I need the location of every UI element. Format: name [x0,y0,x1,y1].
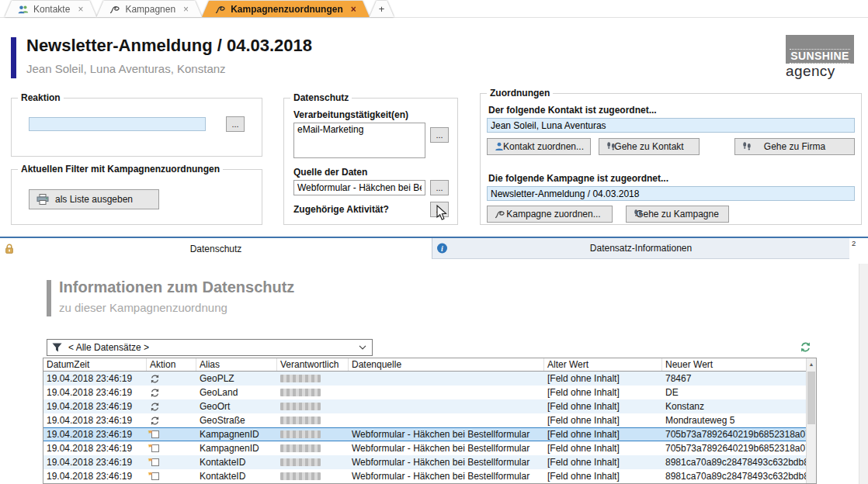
detail-tab-strip: Datenschutz i Datensatz-Informationen [0,237,868,259]
cell-alias: GeoLand [196,387,277,398]
button-label: Gehe zu Kontakt [614,141,683,152]
processing-browse-button[interactable]: ... [430,127,449,143]
column-header[interactable]: Datenquelle [349,358,544,371]
cell-neuer_wert: Mondrauteweg 5 [662,415,806,426]
cell-neuer_wert: 78467 [662,373,806,384]
table-row[interactable]: 19.04.2018 23:46:19GeoStraße[Feld ohne I… [43,413,806,427]
table-scrollbar[interactable]: ▲ [806,358,816,483]
tab-kampagnen[interactable]: Kampagnen × [96,1,202,17]
cell-datum: 19.04.2018 23:46:19 [43,373,147,384]
table-row[interactable]: 19.04.2018 23:46:19KontakteIDWebformular… [43,455,806,469]
update-icon [147,402,196,412]
panel-scrollbar[interactable] [859,264,868,484]
new-record-icon [147,458,196,466]
zuordnungen-groupbox: Zuordnungen Der folgende Kontakt ist zug… [480,93,862,225]
print-list-button[interactable]: als Liste ausgeben [29,189,159,209]
reaktion-browse-button[interactable]: ... [226,116,245,132]
scroll-up-arrow[interactable]: ▲ [807,358,816,370]
scroll-thumb[interactable] [807,372,815,424]
button-label: Kampagne zuordnen... [506,209,600,220]
tab-datensatz-informationen[interactable]: i Datensatz-Informationen [432,238,849,259]
cell-alter_wert: [Feld ohne Inhalt] [544,443,662,454]
refresh-icon[interactable] [800,341,811,353]
redacted-text [277,389,349,396]
page-subtitle: Jean Soleil, Luna Aventuras, Konstanz [26,62,226,75]
column-header[interactable]: Aktion [147,358,196,371]
cell-alias: GeoStraße [196,415,277,426]
groupbox-legend: Aktuellen Filter mit Kampagnenzuordnunge… [18,164,223,175]
table-row[interactable]: 19.04.2018 23:46:19GeoPLZ[Feld ohne Inha… [43,372,806,385]
activity-browse-button[interactable]: ... [430,202,449,217]
table-row[interactable]: 19.04.2018 23:46:19GeoOrt[Feld ohne Inha… [43,399,806,413]
cell-neuer_wert: DE [662,387,806,398]
assigned-contact-field[interactable] [487,118,855,133]
table-row[interactable]: 19.04.2018 23:46:19KampagnenIDWebformula… [43,441,806,455]
button-label: Gehe zu Firma [764,141,825,152]
cell-alias: GeoPLZ [196,373,277,384]
goto-contact-button[interactable]: Gehe zu Kontakt [599,138,700,155]
update-icon [147,374,196,384]
audit-table: DatumZeitAktionAliasVerantwortlichDatenq… [43,358,817,484]
tab-kampagnenzuordnungen[interactable]: Kampagnenzuordnungen × [202,1,370,17]
company-logo: SUNSHINE agency [786,35,854,79]
table-header: DatumZeitAktionAliasVerantwortlichDatenq… [43,358,806,372]
table-row[interactable]: 19.04.2018 23:46:19GeoLand[Feld ohne Inh… [43,385,806,399]
lock-icon [5,244,14,254]
column-header[interactable]: DatumZeit [43,358,147,371]
close-icon[interactable]: × [183,4,189,15]
info-icon: i [437,244,447,254]
cell-alter_wert: [Feld ohne Inhalt] [544,429,662,440]
cell-neuer_wert: 8981ca70a89c28478493c632bdb8 [662,457,806,468]
new-record-icon [147,444,196,452]
column-header[interactable]: Alter Wert [544,358,662,371]
dropdown-value: < Alle Datensätze > [68,342,149,353]
column-header[interactable]: Verantwortlich [277,358,349,371]
close-icon[interactable]: × [78,4,83,15]
cell-datenquelle: Webformular - Häkchen bei Bestellformula… [349,429,544,440]
source-label: Quelle der Daten [293,167,367,178]
assign-contact-button[interactable]: Kontakt zuordnen... [487,138,591,155]
cell-alias: KontakteID [196,471,277,482]
column-header[interactable]: Alias [196,358,277,371]
campaign-icon [109,5,120,14]
datenschutz-groupbox: Datenschutz Verarbeitungstätigkeit(en) e… [283,98,458,225]
tab-datenschutz-detail[interactable]: Datenschutz [0,238,432,259]
table-row[interactable]: 19.04.2018 23:46:19KontakteIDWebformular… [43,469,806,483]
goto-campaign-button[interactable]: Gehe zu Kampagne [626,206,729,223]
cell-alias: KontakteID [196,457,277,468]
groupbox-legend: Datenschutz [290,92,352,103]
logo-text-bottom: agency [786,64,854,79]
button-label: Kontakt zuordnen... [503,141,584,152]
tab-kontakte[interactable]: Kontakte × [5,1,96,17]
assign-campaign-button[interactable]: Kampagne zuordnen... [487,206,613,223]
goto-company-button[interactable]: Gehe zu Firma [734,138,855,155]
update-icon [147,388,196,398]
redacted-text [277,444,349,452]
source-browse-button[interactable]: ... [430,180,449,195]
logo-box: SUNSHINE [786,35,854,64]
close-icon[interactable]: × [351,4,356,15]
record-count-badge: 2 [852,239,856,247]
assigned-campaign-field[interactable] [487,186,855,201]
section-subtitle: zu dieser Kampagnenzuordnung [59,301,227,314]
table-row[interactable]: 19.04.2018 23:46:19KampagnenIDWebformula… [43,427,806,441]
chevron-down-icon [359,345,366,350]
campaign-caption: Die folgende Kampagne ist zugeordnet... [488,173,668,184]
source-input[interactable] [293,180,425,195]
cell-neuer_wert: 705b73a7892640219b6852318a07 [662,429,806,440]
reaktion-input[interactable] [29,117,206,131]
title-accent-bar [11,37,16,78]
new-tab-button[interactable]: + [370,1,394,17]
dataset-filter-dropdown[interactable]: < Alle Datensätze > [47,339,373,356]
logo-text-top: SUNSHINE [790,49,850,64]
contacts-icon [18,5,29,14]
groupbox-legend: Reaktion [18,92,64,103]
tab-label: Kampagnen [125,4,175,15]
redacted-text [277,375,349,382]
processing-label: Verarbeitungstätigkeit(en) [293,109,408,120]
processing-textarea[interactable]: eMail-Marketing [293,123,425,158]
cell-alter_wert: [Feld ohne Inhalt] [544,387,662,398]
cell-datum: 19.04.2018 23:46:19 [43,471,147,482]
tab-label: Datenschutz [190,244,242,254]
column-header[interactable]: Neuer Wert [662,358,806,371]
